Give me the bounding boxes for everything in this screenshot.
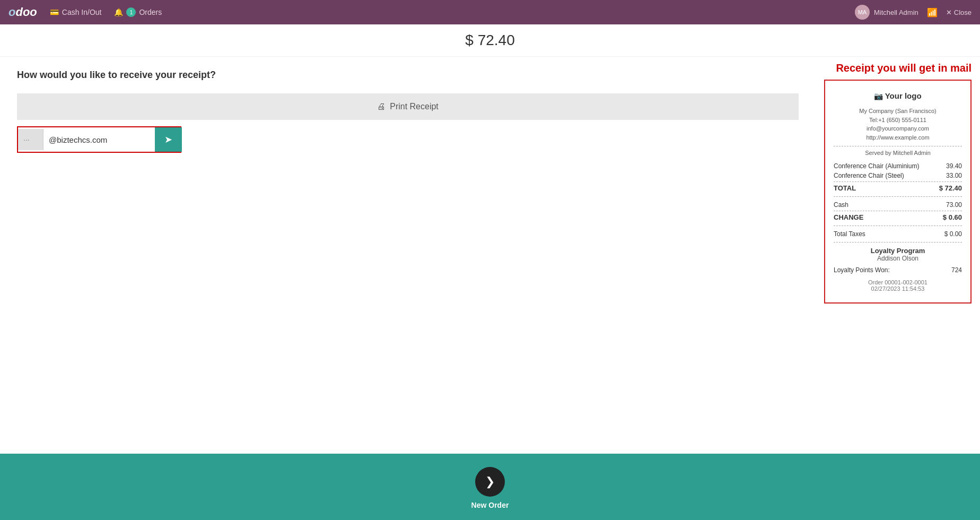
change-label: CHANGE [834,213,863,221]
change-row: CHANGE $ 0.60 [834,211,962,221]
close-icon: ✕ [946,8,952,16]
cash-row: Cash 73.00 [834,201,962,209]
new-order-button[interactable]: ❯ [475,467,505,497]
camera-icon: 📷 [874,92,883,100]
email-row: ··· ➤ [17,126,181,153]
total-label: TOTAL [834,184,856,192]
item-row-2: Conference Chair (Steel) 33.00 [834,172,962,179]
email-input[interactable] [43,129,155,151]
receipt-question: How would you like to receive your recei… [17,70,799,81]
divider-4 [834,242,962,242]
loyalty-title: Loyalty Program [834,247,962,255]
loyalty-name: Addison Olson [834,255,962,262]
printer-icon: 🖨 [377,102,386,111]
main-content: How would you like to receive your recei… [0,57,980,454]
divider-2 [834,196,962,197]
close-button[interactable]: ✕ Close [946,8,972,16]
receipt-company-info: My Company (San Francisco) Tel:+1 (650) … [834,107,962,142]
arrow-right-icon: ❯ [485,475,495,489]
item-1-price: 39.40 [946,162,962,170]
navbar: odoo 💳 Cash In/Out 🔔 1 Orders MA Mitchel… [0,0,980,24]
right-panel: Receipt you will get in mail 📷 Your logo… [816,57,980,454]
order-number: Order 00001-002-0001 [834,279,962,285]
avatar: MA [855,5,870,20]
receipt-logo-text: Your logo [885,91,922,100]
item-1-name: Conference Chair (Aluminium) [834,162,919,170]
receipt-logo-area: 📷 Your logo [834,91,962,100]
total-amount: $ 72.40 [465,32,514,48]
cash-label: Cash [834,201,848,209]
send-email-button[interactable]: ➤ [155,127,182,152]
taxes-row: Total Taxes $ 0.00 [834,230,962,238]
loyalty-points-row: Loyalty Points Won: 724 [834,266,962,274]
taxes-value: $ 0.00 [944,230,962,238]
cash-icon: 💳 [50,8,59,16]
company-name: My Company (San Francisco) [834,107,962,116]
loyalty-points-label: Loyalty Points Won: [834,266,890,274]
cash-value: 73.00 [946,201,962,209]
loyalty-points-value: 724 [951,266,962,274]
item-row-1: Conference Chair (Aluminium) 39.40 [834,162,962,170]
total-value: $ 72.40 [939,184,962,192]
bottom-bar: ❯ New Order [0,454,980,520]
nav-cash-in-out[interactable]: 💳 Cash In/Out [50,8,102,16]
company-email: info@yourcompany.com [834,124,962,133]
orders-bell-icon: 🔔 [114,8,123,16]
odoo-logo: odoo [8,5,37,19]
taxes-label: Total Taxes [834,230,865,238]
amount-display: $ 72.40 [0,24,980,57]
receipt-card: 📷 Your logo My Company (San Francisco) T… [824,80,972,304]
nav-orders[interactable]: 🔔 1 Orders [114,7,162,17]
user-name: Mitchell Admin [874,8,918,16]
item-2-name: Conference Chair (Steel) [834,172,904,179]
wifi-icon: 📶 [927,7,938,18]
send-icon: ➤ [164,134,172,145]
company-web: http://www.example.com [834,133,962,142]
email-prefix: ··· [18,129,43,150]
item-2-price: 33.00 [946,172,962,179]
divider-3 [834,226,962,226]
receipt-mail-label: Receipt you will get in mail [824,62,972,74]
served-by: Served by Mitchell Admin [834,150,962,156]
order-info: Order 00001-002-0001 02/27/2023 11:54:53 [834,279,962,292]
orders-badge: 1 [126,7,136,17]
print-receipt-button[interactable]: 🖨 Print Receipt [17,93,799,120]
divider-1 [834,146,962,146]
order-date: 02/27/2023 11:54:53 [834,285,962,292]
total-row: TOTAL $ 72.40 [834,181,962,192]
change-value: $ 0.60 [943,213,962,221]
navbar-right: MA Mitchell Admin 📶 ✕ Close [855,5,972,20]
new-order-label: New Order [471,501,509,509]
loyalty-section: Loyalty Program Addison Olson [834,247,962,262]
company-tel: Tel:+1 (650) 555-0111 [834,116,962,125]
left-panel: How would you like to receive your recei… [0,57,816,454]
navbar-left: odoo 💳 Cash In/Out 🔔 1 Orders [8,5,162,19]
user-info: MA Mitchell Admin [855,5,918,20]
